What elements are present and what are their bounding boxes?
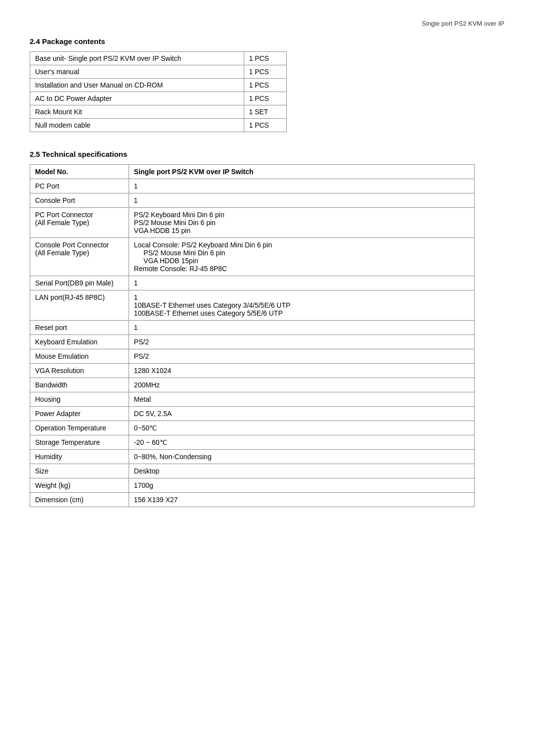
specs-row: Storage Temperature-20 ~ 60℃ (30, 435, 475, 450)
specs-value: -20 ~ 60℃ (129, 435, 474, 450)
package-item-qty: 1 PCS (244, 65, 287, 79)
specs-label: VGA Resolution (30, 364, 129, 378)
specs-value: 1 10BASE-T Ethernet uses Category 3/4/5/… (129, 290, 474, 321)
package-section: 2.4 Package contents Base unit- Single p… (30, 37, 504, 132)
specs-value: 200MHz (129, 378, 474, 392)
specs-value: Metal (129, 392, 474, 407)
package-table: Base unit- Single port PS/2 KVM over IP … (30, 51, 287, 132)
package-item-qty: 1 PCS (244, 79, 287, 92)
specs-value: 1 (129, 193, 474, 208)
specs-header-cell: Model No. (30, 165, 129, 179)
specs-label: Console Port Connector (All Female Type) (30, 238, 129, 276)
package-row: Installation and User Manual on CD-ROM 1… (30, 79, 287, 92)
specs-section: 2.5 Technical specifications Model No.Si… (30, 150, 504, 507)
specs-label: Power Adapter (30, 407, 129, 421)
package-item-name: Base unit- Single port PS/2 KVM over IP … (30, 52, 244, 65)
package-item-qty: 1 PCS (244, 119, 287, 132)
specs-header-cell: Single port PS/2 KVM over IP Switch (129, 165, 474, 179)
specs-row: Power AdapterDC 5V, 2.5A (30, 407, 475, 421)
specs-label: Weight (kg) (30, 478, 129, 493)
specs-row: Console Port1 (30, 193, 475, 208)
package-title: 2.4 Package contents (30, 37, 504, 46)
specs-value: 1 (129, 276, 474, 290)
specs-header-row: Model No.Single port PS/2 KVM over IP Sw… (30, 165, 475, 179)
specs-row: VGA Resolution1280 X1024 (30, 364, 475, 378)
header-right: Single port PS2 KVM over IP (30, 20, 504, 27)
specs-value: Desktop (129, 464, 474, 478)
package-row: Null modem cable 1 PCS (30, 119, 287, 132)
specs-label: LAN port(RJ-45 8P8C) (30, 290, 129, 321)
specs-row: Keyboard EmulationPS/2 (30, 335, 475, 349)
specs-label: Serial Port(DB9 pin Male) (30, 276, 129, 290)
specs-row: Humidity0~80%, Non-Condensing (30, 450, 475, 464)
specs-value: 0~80%, Non-Condensing (129, 450, 474, 464)
specs-label: PC Port (30, 179, 129, 193)
specs-row: Console Port Connector (All Female Type)… (30, 238, 475, 276)
package-item-name: Rack Mount Kit (30, 105, 244, 119)
package-item-qty: 1 PCS (244, 92, 287, 105)
package-item-name: Installation and User Manual on CD-ROM (30, 79, 244, 92)
specs-label: Operation Temperature (30, 421, 129, 435)
specs-value: 1700g (129, 478, 474, 493)
specs-row: Bandwidth200MHz (30, 378, 475, 392)
specs-row: Serial Port(DB9 pin Male)1 (30, 276, 475, 290)
package-item-name: Null modem cable (30, 119, 244, 132)
specs-value: Local Console: PS/2 Keyboard Mini Din 6 … (129, 238, 474, 276)
specs-label: Humidity (30, 450, 129, 464)
specs-value: 0~50℃ (129, 421, 474, 435)
specs-value: 1 (129, 179, 474, 193)
package-item-qty: 1 PCS (244, 52, 287, 65)
specs-value: PS/2 (129, 349, 474, 364)
package-item-name: User's manual (30, 65, 244, 79)
specs-row: SizeDesktop (30, 464, 475, 478)
specs-label: Keyboard Emulation (30, 335, 129, 349)
specs-label: Size (30, 464, 129, 478)
specs-value: 1280 X1024 (129, 364, 474, 378)
specs-value: DC 5V, 2.5A (129, 407, 474, 421)
package-row: Rack Mount Kit 1 SET (30, 105, 287, 119)
specs-label: Mouse Emulation (30, 349, 129, 364)
specs-row: Mouse EmulationPS/2 (30, 349, 475, 364)
specs-label: Housing (30, 392, 129, 407)
specs-row: Reset port1 (30, 321, 475, 335)
specs-value: 156 X139 X27 (129, 493, 474, 507)
specs-label: Storage Temperature (30, 435, 129, 450)
package-row: User's manual 1 PCS (30, 65, 287, 79)
specs-row: LAN port(RJ-45 8P8C)1 10BASE-T Ethernet … (30, 290, 475, 321)
specs-row: PC Port Connector (All Female Type)PS/2 … (30, 208, 475, 238)
specs-value: PS/2 Keyboard Mini Din 6 pin PS/2 Mouse … (129, 208, 474, 238)
package-row: Base unit- Single port PS/2 KVM over IP … (30, 52, 287, 65)
specs-value: PS/2 (129, 335, 474, 349)
specs-row: Weight (kg)1700g (30, 478, 475, 493)
package-item-name: AC to DC Power Adapter (30, 92, 244, 105)
specs-label: Dimension (cm) (30, 493, 129, 507)
specs-title: 2.5 Technical specifications (30, 150, 504, 158)
package-item-qty: 1 SET (244, 105, 287, 119)
specs-label: Console Port (30, 193, 129, 208)
specs-label: Bandwidth (30, 378, 129, 392)
specs-row: PC Port1 (30, 179, 475, 193)
specs-row: HousingMetal (30, 392, 475, 407)
specs-label: Reset port (30, 321, 129, 335)
specs-value: 1 (129, 321, 474, 335)
specs-label: PC Port Connector (All Female Type) (30, 208, 129, 238)
specs-row: Operation Temperature0~50℃ (30, 421, 475, 435)
specs-table: Model No.Single port PS/2 KVM over IP Sw… (30, 164, 475, 507)
specs-row: Dimension (cm)156 X139 X27 (30, 493, 475, 507)
package-row: AC to DC Power Adapter 1 PCS (30, 92, 287, 105)
